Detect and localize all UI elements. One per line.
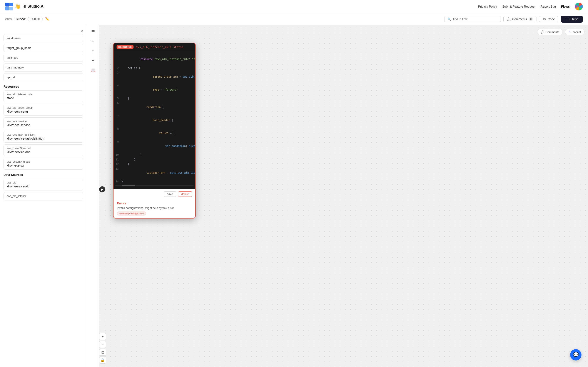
line-code: } xyxy=(121,158,135,162)
comments-button[interactable]: 💬 Comments 0 xyxy=(504,16,536,22)
code-line: 11 } xyxy=(114,158,195,162)
plus-icon: + xyxy=(92,39,94,44)
line-code: type = "forward" xyxy=(121,83,178,96)
sparkle-toolbar-button[interactable]: ✦ xyxy=(89,57,97,64)
svg-rect-1 xyxy=(9,3,13,6)
report-bug-link[interactable]: Report Bug xyxy=(541,5,556,8)
line-code: action { xyxy=(121,66,140,70)
line-number: 10 xyxy=(114,153,121,157)
list-item[interactable]: aws_security_group klivvr-ecs-sg xyxy=(3,158,83,170)
arrow-connector[interactable]: ▶ xyxy=(99,186,105,192)
svg-rect-3 xyxy=(9,7,13,10)
arrow-button[interactable]: ▶ xyxy=(99,186,105,192)
list-item[interactable]: aws_alb_listener_rule static xyxy=(3,91,83,102)
list-item[interactable]: aws_alb_listener xyxy=(3,192,83,200)
code-label: Code xyxy=(548,17,555,21)
fit-screen-button[interactable]: ⊡ xyxy=(99,349,106,356)
svg-rect-0 xyxy=(5,3,9,7)
breadcrumb-child: klivvr xyxy=(17,17,26,21)
list-item[interactable]: task_memory xyxy=(3,64,83,72)
resource-name: klivvr-service-alb xyxy=(7,184,80,188)
canvas-area: ☰ + ↑ ✦ 📖 ▶ 💬 Comments xyxy=(87,25,588,367)
line-number: 5 xyxy=(114,97,121,101)
line-code: values = [ xyxy=(121,127,175,140)
line-code: } xyxy=(121,162,129,166)
code-line: 6 condition { xyxy=(114,101,195,114)
sub-nav-left: etch / klivvr PUBLIC ✏️ xyxy=(5,17,49,21)
code-button[interactable]: </> Code xyxy=(539,16,558,22)
search-icon: 🔍 xyxy=(447,17,451,21)
line-number: 8 xyxy=(114,127,121,131)
list-item[interactable]: subdomain xyxy=(3,34,83,42)
list-item[interactable]: aws_ecs_service klivvr-ecs-service xyxy=(3,117,83,129)
line-number: 6 xyxy=(114,101,121,105)
resource-type: aws_alb xyxy=(7,181,80,184)
code-line: 14 } xyxy=(114,179,195,184)
horizontal-scrollbar[interactable] xyxy=(115,185,193,186)
nav-left: 👋 HI Studio.AI xyxy=(5,3,45,10)
comments-label: Comments xyxy=(512,17,527,21)
code-line: 3 target_group_arn = aws_alb_target_ xyxy=(114,70,195,83)
flows-link[interactable]: Flows xyxy=(561,5,570,8)
zoom-out-button[interactable]: − xyxy=(99,341,106,348)
list-item[interactable]: aws_alb_target_group klivvr-service-tg xyxy=(3,104,83,116)
sub-nav: etch / klivvr PUBLIC ✏️ 🔍 💬 Comments 0 <… xyxy=(0,13,588,25)
edit-icon[interactable]: ✏️ xyxy=(45,17,49,21)
code-line: 1 resource "aws_alb_listener_rule" "stat… xyxy=(114,53,195,66)
top-nav: 👋 HI Studio.AI Privacy Policy Submit Fea… xyxy=(0,0,588,13)
list-item[interactable]: vpc_id xyxy=(3,73,83,81)
line-code: } xyxy=(121,97,129,101)
save-button[interactable]: save xyxy=(164,191,176,197)
line-code: condition { xyxy=(121,101,164,114)
copilot-icon: ✦ xyxy=(569,30,571,34)
submit-feature-link[interactable]: Submit Feature Request xyxy=(502,5,535,8)
app-title: HI Studio.AI xyxy=(22,4,45,9)
publish-button[interactable]: ↑ Publish xyxy=(561,16,583,23)
breadcrumb-parent: etch xyxy=(5,17,12,21)
list-item[interactable]: aws_alb klivvr-service-alb xyxy=(3,179,83,191)
data-sources-section-title: Data Sources xyxy=(3,173,83,176)
code-line: 12 } xyxy=(114,162,195,167)
list-item[interactable]: aws_ecs_task_definition klivvr-service-t… xyxy=(3,131,83,143)
add-toolbar-button[interactable]: + xyxy=(89,37,97,45)
list-item[interactable]: target_group_name xyxy=(3,44,83,52)
resource-type: aws_alb_listener_rule xyxy=(7,93,80,96)
list-item[interactable]: task_cpu xyxy=(3,54,83,62)
line-code: ] xyxy=(121,153,142,157)
errors-section: Errors invalid configurations, might be … xyxy=(114,199,195,218)
errors-title: Errors xyxy=(117,201,192,205)
left-toolbar: ☰ + ↑ ✦ 📖 xyxy=(87,25,99,367)
canvas-comments-button[interactable]: 💬 Comments xyxy=(537,29,563,35)
code-line: 5 } xyxy=(114,96,195,101)
canvas-copilot-button[interactable]: ✦ copilot xyxy=(565,29,585,35)
bottom-toolbar: + − ⊡ 🔒 xyxy=(99,333,106,364)
nav-logo: 👋 HI Studio.AI xyxy=(5,3,45,10)
resource-name: klivvr-service-dns xyxy=(7,150,80,154)
chat-button[interactable]: 💬 xyxy=(570,349,581,360)
code-line: 10 ] xyxy=(114,153,195,157)
resource-name: klivvr-ecs-sg xyxy=(7,164,80,167)
zoom-in-button[interactable]: + xyxy=(99,333,106,340)
resource-name: klivvr-service-task-definition xyxy=(7,137,80,140)
app-emoji: 👋 xyxy=(15,4,21,9)
lock-button[interactable]: 🔒 xyxy=(99,357,106,364)
code-line: 8 values = [ xyxy=(114,127,195,140)
list-item[interactable]: aws_route53_record klivvr-service-dns xyxy=(3,144,83,156)
code-icon: </> xyxy=(542,17,546,21)
close-sidebar-button[interactable]: × xyxy=(81,29,83,33)
resource-name: static xyxy=(7,96,80,100)
line-code: var.subdomain}.${var.domai xyxy=(121,140,196,153)
upload-toolbar-button[interactable]: ↑ xyxy=(89,47,97,55)
privacy-policy-link[interactable]: Privacy Policy xyxy=(478,5,497,8)
delete-button[interactable]: delete xyxy=(178,191,192,197)
list-icon: ☰ xyxy=(91,29,95,34)
resource-type: aws_security_group xyxy=(7,160,80,163)
sub-nav-right: 🔍 💬 Comments 0 </> Code ↑ Publish xyxy=(444,16,583,23)
line-code: } xyxy=(121,180,123,184)
book-toolbar-button[interactable]: 📖 xyxy=(89,66,97,74)
item-label: subdomain xyxy=(7,36,21,40)
list-toolbar-button[interactable]: ☰ xyxy=(89,28,97,36)
avatar[interactable] xyxy=(575,3,583,10)
search-input[interactable] xyxy=(453,17,497,21)
search-box[interactable]: 🔍 xyxy=(444,16,501,22)
